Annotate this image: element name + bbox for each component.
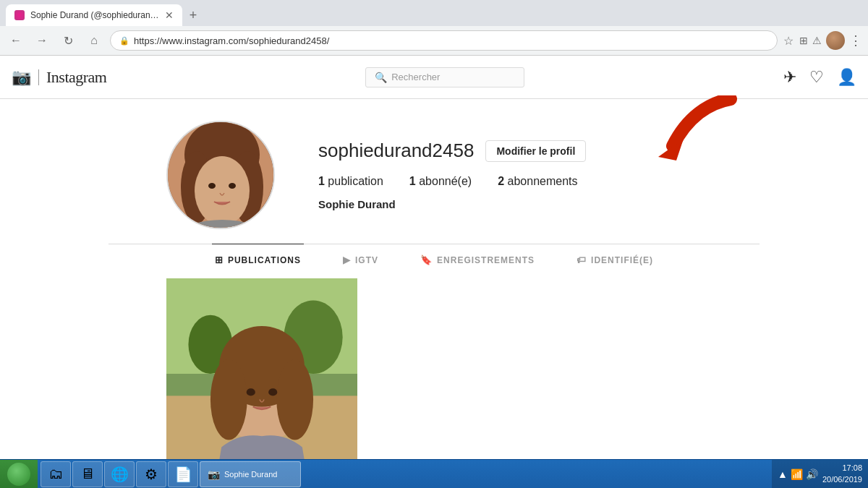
taskbar-app-settings[interactable]: ⚙ (136, 461, 166, 487)
profile-stats: 1 publication 1 abonné(e) 2 abonnements (318, 175, 745, 188)
refresh-button[interactable]: ↻ (58, 30, 78, 51)
back-button[interactable]: ← (6, 30, 26, 51)
tab-identifie[interactable]: 🏷 IDENTIFIÉ(E) (574, 244, 656, 275)
instagram-header: 📷 Instagram 🔍 Rechercher ✈ ♡ 👤 (0, 56, 868, 99)
identifie-tab-icon: 🏷 (576, 254, 587, 265)
photo-item-1[interactable] (166, 278, 357, 469)
word-icon: 📄 (174, 466, 192, 483)
publications-count: 1 (318, 175, 325, 187)
heart-icon[interactable]: ♡ (809, 68, 824, 87)
volume-icon[interactable]: 🔊 (806, 468, 818, 480)
abonnes-count: 1 (409, 175, 416, 187)
edit-profile-button[interactable]: Modifier le profil (485, 140, 586, 162)
instagram-camera-icon: 📷 (12, 68, 31, 87)
tab-bar: Sophie Durand (@sophieduran… ✕ + (0, 0, 868, 26)
taskbar-app-files[interactable]: 🗂 (41, 461, 71, 487)
profile-full-name: Sophie Durand (318, 198, 745, 210)
profile-top: sophiedurand2458 Modifier le profil (318, 140, 745, 162)
search-placeholder: Rechercher (391, 72, 440, 82)
instagram-logo-area: 📷 Instagram (12, 68, 106, 87)
bookmark-button[interactable]: ☆ (783, 34, 793, 48)
taskbar-apps: 🗂 🖥 🌐 ⚙ 📄 📷 Sophie Durand (38, 460, 304, 489)
instagram-tabs: ⊞ PUBLICATIONS ▶ IGTV 🔖 ENREGISTREMENTS … (109, 244, 760, 275)
photo-grid (109, 275, 760, 469)
browser-menu-button[interactable]: ⋮ (849, 33, 862, 48)
avatar-image (168, 122, 273, 228)
search-icon: 🔍 (375, 72, 387, 83)
lock-icon: 🔒 (119, 36, 129, 46)
enregistrements-tab-icon: 🔖 (420, 254, 433, 265)
taskbar-app-browser[interactable]: 🌐 (104, 461, 135, 487)
compass-icon[interactable]: ✈ (783, 68, 796, 87)
abonnes-stat[interactable]: 1 abonné(e) (409, 175, 472, 188)
new-tab-button[interactable]: + (185, 7, 202, 25)
svg-point-5 (208, 183, 216, 189)
profile-section: sophiedurand2458 Modifier le profil 1 pu… (0, 99, 868, 488)
svg-point-19 (247, 388, 255, 395)
profile-icon[interactable]: 👤 (837, 68, 856, 87)
taskbar-instagram-tab[interactable]: 📷 Sophie Durand (200, 461, 301, 487)
igtv-tab-label: IGTV (355, 255, 378, 265)
avatar-svg (168, 122, 275, 229)
identifie-tab-label: IDENTIFIÉ(E) (591, 255, 653, 265)
tab-favicon (14, 10, 25, 20)
svg-point-18 (276, 359, 313, 440)
header-divider (38, 69, 39, 85)
taskbar: 🗂 🖥 🌐 ⚙ 📄 📷 Sophie Durand (0, 459, 868, 488)
clock-time: 17:08 (822, 463, 862, 474)
home-button[interactable]: ⌂ (84, 30, 104, 51)
taskbar-clock: 17:08 20/06/2019 (822, 463, 862, 485)
address-bar: ← → ↻ ⌂ 🔒 https://www.instagram.com/soph… (0, 26, 868, 55)
settings-taskbar-icon: ⚙ (145, 466, 158, 483)
taskbar-left: 🗂 🖥 🌐 ⚙ 📄 📷 Sophie Durand (0, 460, 304, 488)
svg-point-4 (195, 156, 250, 226)
start-button[interactable] (0, 460, 38, 488)
clock-date: 20/06/2019 (822, 474, 862, 485)
url-bar[interactable]: 🔒 https://www.instagram.com/sophiedurand… (110, 30, 778, 51)
start-orb-icon (7, 463, 30, 486)
tab-igtv[interactable]: ▶ IGTV (340, 244, 381, 275)
igtv-tab-icon: ▶ (343, 254, 351, 265)
svg-point-6 (229, 183, 236, 189)
abonnes-text: abonné(e) (419, 175, 472, 187)
svg-point-17 (210, 359, 247, 440)
tab-close-button[interactable]: ✕ (165, 9, 174, 21)
profile-info: sophiedurand2458 Modifier le profil 1 pu… (318, 140, 745, 210)
computer-icon: 🖥 (80, 466, 95, 482)
active-tab[interactable]: Sophie Durand (@sophieduran… ✕ (6, 4, 182, 26)
browser-avatar[interactable] (826, 31, 845, 50)
taskbar-instagram-favicon: 📷 (208, 468, 220, 480)
taskbar-instagram-label: Sophie Durand (224, 470, 277, 479)
profile-username: sophiedurand2458 (318, 140, 474, 162)
forward-button[interactable]: → (32, 30, 52, 51)
up-arrow-tray-icon[interactable]: ▲ (778, 468, 788, 480)
warning-icon[interactable]: ⚠ (812, 35, 822, 46)
tab-enregistrements[interactable]: 🔖 ENREGISTREMENTS (417, 244, 537, 275)
abonnements-text: abonnements (508, 175, 578, 187)
publications-tab-label: PUBLICATIONS (228, 255, 301, 265)
instagram-nav-icons: ✈ ♡ 👤 (783, 68, 856, 87)
network-icon[interactable]: 📶 (791, 468, 803, 480)
tab-publications[interactable]: ⊞ PUBLICATIONS (212, 244, 304, 275)
publications-text: publication (328, 175, 383, 187)
system-tray-icons: ▲ 📶 🔊 (778, 468, 818, 480)
instagram-logo-text: Instagram (46, 68, 106, 87)
publications-stat[interactable]: 1 publication (318, 175, 383, 188)
abonnements-stat[interactable]: 2 abonnements (498, 175, 577, 188)
search-bar[interactable]: 🔍 Rechercher (365, 67, 524, 87)
taskbar-app-word[interactable]: 📄 (168, 461, 198, 487)
extensions-button[interactable]: ⊞ (799, 35, 808, 46)
svg-point-20 (268, 388, 277, 395)
files-icon: 🗂 (48, 466, 63, 482)
photo-1-svg (166, 278, 357, 469)
publications-tab-icon: ⊞ (215, 254, 224, 265)
profile-avatar[interactable] (166, 121, 275, 229)
browser-right-icons: ⊞ ⚠ ⋮ (799, 31, 862, 50)
enregistrements-tab-label: ENREGISTREMENTS (437, 255, 535, 265)
taskbar-app-computer[interactable]: 🖥 (72, 461, 103, 487)
abonnements-count: 2 (498, 175, 504, 187)
browser-icon: 🌐 (111, 466, 129, 483)
url-text: https://www.instagram.com/sophiedurand24… (134, 35, 768, 46)
taskbar-right: ▲ 📶 🔊 17:08 20/06/2019 (772, 460, 868, 488)
tab-title: Sophie Durand (@sophieduran… (30, 10, 159, 20)
